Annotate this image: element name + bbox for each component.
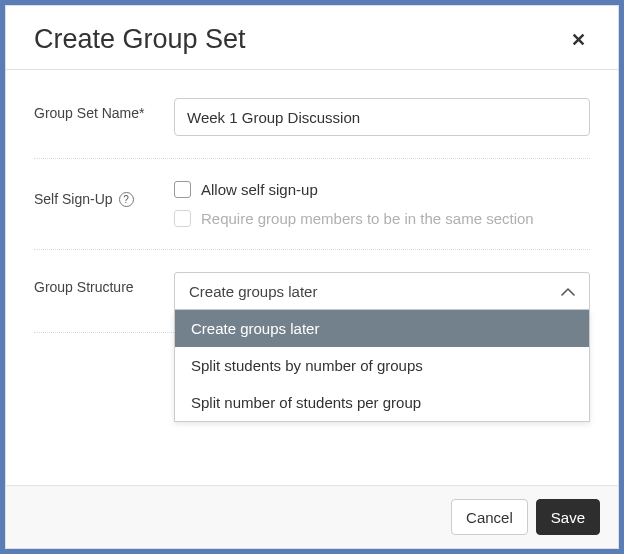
create-group-set-modal: Create Group Set ✕ Group Set Name* Self … xyxy=(5,5,619,549)
allow-self-sign-up-checkbox[interactable] xyxy=(174,181,191,198)
self-sign-up-label: Self Sign-Up xyxy=(34,191,113,207)
same-section-label: Require group members to be in the same … xyxy=(201,210,534,227)
modal-title: Create Group Set xyxy=(34,24,246,55)
chevron-up-icon xyxy=(561,287,575,296)
allow-self-sign-up-label: Allow self sign-up xyxy=(201,181,318,198)
group-structure-selected-value: Create groups later xyxy=(189,283,317,300)
option-create-groups-later[interactable]: Create groups later xyxy=(175,310,589,347)
group-structure-dropdown: Create groups later Split students by nu… xyxy=(174,310,590,422)
cancel-button[interactable]: Cancel xyxy=(451,499,528,535)
same-section-row: Require group members to be in the same … xyxy=(174,210,590,227)
same-section-checkbox xyxy=(174,210,191,227)
close-button[interactable]: ✕ xyxy=(567,27,590,53)
option-split-by-number-of-groups[interactable]: Split students by number of groups xyxy=(175,347,589,384)
group-set-name-label: Group Set Name* xyxy=(34,98,174,121)
row-group-structure: Group Structure Create groups later Crea… xyxy=(34,250,590,333)
allow-self-sign-up-row[interactable]: Allow self sign-up xyxy=(174,181,590,198)
modal-body: Group Set Name* Self Sign-Up ? Allow sel… xyxy=(6,70,618,485)
modal-header: Create Group Set ✕ xyxy=(6,6,618,70)
option-split-students-per-group[interactable]: Split number of students per group xyxy=(175,384,589,421)
row-self-sign-up: Self Sign-Up ? Allow self sign-up Requir… xyxy=(34,159,590,250)
group-structure-label: Group Structure xyxy=(34,272,174,295)
row-group-set-name: Group Set Name* xyxy=(34,76,590,159)
close-icon: ✕ xyxy=(571,30,586,50)
save-button[interactable]: Save xyxy=(536,499,600,535)
group-set-name-input[interactable] xyxy=(174,98,590,136)
group-structure-select[interactable]: Create groups later xyxy=(174,272,590,310)
help-icon[interactable]: ? xyxy=(119,192,134,207)
modal-footer: Cancel Save xyxy=(6,485,618,548)
